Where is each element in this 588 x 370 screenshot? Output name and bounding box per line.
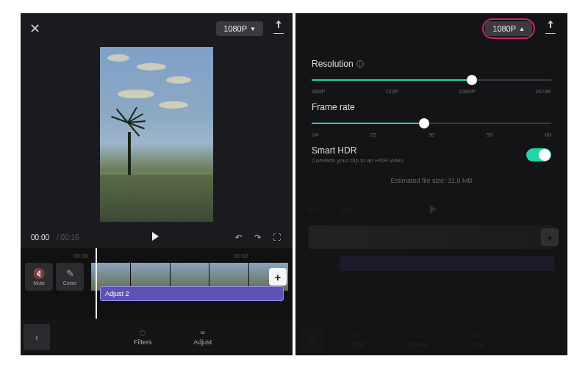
resolution-slider[interactable] <box>312 75 551 85</box>
undo-icon[interactable]: ↶ <box>232 231 244 243</box>
edit-icon: ✎ <box>66 268 74 279</box>
quality-chip-label: 1080P <box>223 24 247 33</box>
hdr-label: Smart HDR <box>312 145 356 156</box>
play-icon <box>152 232 159 241</box>
back-button[interactable]: ‹ <box>24 324 50 350</box>
playhead[interactable] <box>96 248 97 319</box>
framerate-knob[interactable] <box>419 118 429 128</box>
add-clip-button: + <box>541 228 559 246</box>
dimmed-bottom-bar: « ✂Split ⏱Speed ▭Crop <box>295 323 567 355</box>
current-time: 00:00 <box>31 233 49 242</box>
timeline[interactable]: 00:00 00:02 🔇 Mute ✎ Cover + Adjust 2 <box>21 248 293 319</box>
chevron-down-icon: ▼ <box>250 26 256 32</box>
mute-icon: 🔇 <box>33 268 45 279</box>
editor-screen: ✕ 1080P ▼ 00 <box>21 13 293 355</box>
tick: 00:02 <box>234 253 248 259</box>
filters-icon: ◌ <box>140 329 146 336</box>
fullscreen-icon[interactable]: ⛶ <box>270 231 282 243</box>
resolution-label: Resolution <box>312 59 354 69</box>
playback-controls: 00:00 / 00:16 ↶ ↷ ⛶ <box>21 226 293 248</box>
resolution-row: Resolution i 480P 720P 1080P 2K/4K <box>312 59 551 95</box>
chevron-up-icon: ▲ <box>519 26 525 32</box>
close-icon[interactable]: ✕ <box>29 21 40 37</box>
estimate-text: Estimated file size: 31.0 MB <box>312 177 551 184</box>
framerate-row: Frame rate 24 25 30 50 60 <box>312 102 551 138</box>
export-icon[interactable] <box>273 23 284 34</box>
top-bar-right: 1080P ▲ <box>295 13 567 44</box>
info-icon[interactable]: i <box>356 60 364 68</box>
adjust-tab[interactable]: ≍ Adjust <box>173 329 233 346</box>
hdr-row: Smart HDR Converts your clip to an HDR v… <box>312 145 551 164</box>
dimmed-editor: 00:14/00:16 ✂↶↷⛶ + <box>295 202 567 271</box>
bottom-bar: ‹ ◌ Filters ≍ Adjust <box>21 319 293 355</box>
export-settings-screen: 1080P ▲ Resolution i 480P <box>295 13 567 355</box>
export-icon[interactable] <box>545 23 556 34</box>
add-clip-button[interactable]: + <box>269 268 287 286</box>
play-button[interactable] <box>87 232 225 243</box>
filters-tab[interactable]: ◌ Filters <box>113 329 173 346</box>
resolution-fill <box>312 79 472 81</box>
adjust-clip[interactable]: Adjust 2 <box>100 286 284 301</box>
hdr-toggle[interactable] <box>526 148 551 162</box>
redo-icon[interactable]: ↷ <box>251 231 263 243</box>
tick: 00:00 <box>74 253 88 259</box>
top-bar: ✕ 1080P ▼ <box>21 13 293 44</box>
cover-button[interactable]: ✎ Cover <box>56 263 84 291</box>
total-time: / 00:16 <box>57 233 79 242</box>
quality-chip-highlight: 1080P ▲ <box>482 18 535 39</box>
adjust-icon: ≍ <box>200 329 206 336</box>
hdr-sub: Converts your clip to an HDR video <box>312 157 404 164</box>
framerate-slider[interactable] <box>312 118 551 128</box>
framerate-fill <box>312 123 424 124</box>
video-preview[interactable] <box>100 47 213 222</box>
framerate-label: Frame rate <box>312 102 355 112</box>
export-panel: Resolution i 480P 720P 1080P 2K/4K Frame… <box>295 44 567 197</box>
resolution-knob[interactable] <box>467 75 477 85</box>
quality-chip[interactable]: 1080P ▲ <box>485 21 532 36</box>
quality-chip[interactable]: 1080P ▼ <box>216 21 263 36</box>
mute-button[interactable]: 🔇 Mute <box>25 263 53 291</box>
